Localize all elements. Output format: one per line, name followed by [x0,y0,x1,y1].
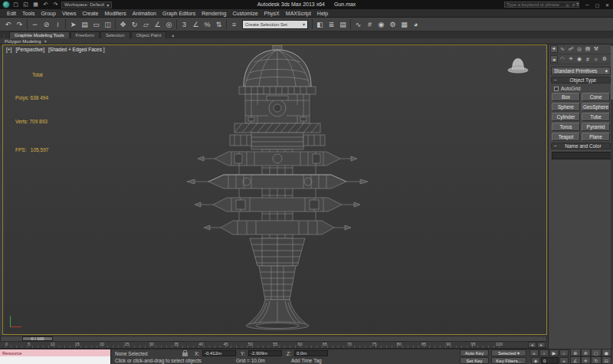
viewport[interactable]: [+] [Perspective] [Shaded + Edged Faces … [2,44,547,335]
search-input[interactable] [506,2,570,7]
render-production-icon[interactable]: ◕ [410,18,421,30]
close-button[interactable]: ✕ [603,1,611,8]
reference-coordinate-icon[interactable]: ∠ [152,18,163,30]
autogrid-checkbox[interactable] [554,87,559,91]
go-to-end-icon[interactable]: » [559,357,569,364]
hierarchy-tab-icon[interactable]: ☍ [567,45,575,53]
primitive-box-button[interactable]: Box [552,93,580,101]
track-bar[interactable]: 0 5 10 15 20 25 30 35 40 45 50 55 60 65 … [0,342,547,349]
edit-named-sets-icon[interactable]: ≡ [228,18,240,30]
render-frame-window-icon[interactable]: ▦ [398,18,410,30]
select-rotate-icon[interactable]: ↻ [129,18,140,30]
go-to-start-icon[interactable]: « [529,349,539,356]
help-icon[interactable]: ? [573,1,582,8]
curve-editor-icon[interactable]: ∿ [352,18,364,30]
minimize-button[interactable]: ─ [583,1,592,8]
key-mode-toggle-icon[interactable]: ◈ [531,357,540,364]
spacewarps-category-icon[interactable]: ≈ [592,55,600,63]
render-setup-icon[interactable]: ⚙ [387,18,398,30]
field-of-view-icon[interactable]: ∠ [570,356,581,364]
menu-edit[interactable]: Edit [4,11,19,16]
new-scene-icon[interactable]: ▢ [11,1,20,8]
object-name-input[interactable] [552,152,613,159]
primitive-geosphere-button[interactable]: GeoSphere [582,103,610,111]
x-coordinate-field[interactable]: -0,412m [202,350,236,356]
primitive-cylinder-button[interactable]: Cylinder [552,113,580,121]
material-editor-icon[interactable]: ◉ [375,18,387,30]
snaps-toggle-icon[interactable]: 3 [179,18,190,30]
tab-freeform[interactable]: Freeform [70,31,100,38]
select-move-icon[interactable]: ✥ [117,18,129,30]
viewport-pov-menu[interactable]: [Perspective] [15,47,44,52]
window-crossing-icon[interactable]: ◫ [102,18,113,30]
polygon-modeling-panel[interactable]: Polygon Modeling [5,39,41,44]
select-link-icon[interactable]: ∽ [29,18,41,30]
percent-snap-icon[interactable]: % [202,18,213,30]
next-key-icon[interactable]: ▸ [537,342,546,348]
primitive-type-dropdown[interactable]: Standard Primitives ▾ [551,67,611,75]
name-and-color-rollout[interactable]: − Name and Color [551,143,611,149]
menu-modifiers[interactable]: Modifiers [101,11,129,16]
primitive-teapot-button[interactable]: Teapot [552,133,580,141]
tab-selection[interactable]: Selection [100,31,130,38]
primitive-tube-button[interactable]: Tube [582,113,610,121]
play-animation-icon[interactable]: ▶ [549,349,559,356]
geometry-category-icon[interactable]: ● [550,55,558,63]
menu-help[interactable]: Help [314,11,331,16]
cameras-category-icon[interactable]: ◉ [575,55,583,63]
current-frame-field[interactable]: 0 [541,357,559,364]
primitive-torus-button[interactable]: Torus [552,123,580,131]
select-by-name-icon[interactable]: ▤ [79,18,90,30]
previous-frame-icon[interactable]: ‹ [539,349,549,356]
previous-key-icon[interactable]: ◂ [528,342,536,348]
schematic-view-icon[interactable]: # [364,18,375,30]
utilities-tab-icon[interactable]: ⚒ [592,45,600,53]
shapes-category-icon[interactable]: ◠ [559,55,566,63]
bind-spacewarp-icon[interactable]: ≀ [52,18,64,30]
select-object-icon[interactable]: ➤ [67,18,79,30]
lights-category-icon[interactable]: ☀ [567,55,575,63]
layer-manager-icon[interactable]: ▤ [337,18,349,30]
open-file-icon[interactable]: ◱ [21,1,30,8]
menu-graph-editors[interactable]: Graph Editors [159,11,198,16]
menu-group[interactable]: Group [38,11,58,16]
mirror-icon[interactable]: ◧ [314,18,326,30]
auto-key-button[interactable]: Auto Key [460,349,489,356]
primitive-plane-button[interactable]: Plane [582,133,610,141]
viewport-general-menu[interactable]: [+] [6,47,11,52]
pan-view-icon[interactable]: ✛ [581,356,592,364]
add-time-tag[interactable]: Add Time Tag [291,358,322,363]
align-icon[interactable]: ≣ [326,18,337,30]
tab-object-paint[interactable]: Object Paint [131,31,167,38]
menu-create[interactable]: Create [79,11,101,16]
helpers-category-icon[interactable]: # [584,55,592,63]
motion-tab-icon[interactable]: ◎ [575,45,583,53]
create-tab-icon[interactable]: ✦ [550,45,558,53]
orbit-icon[interactable]: ↻ [591,356,602,364]
display-tab-icon[interactable]: ▤ [584,45,592,53]
next-frame-icon[interactable]: › [559,349,569,356]
redo-icon[interactable]: ↷ [51,1,60,8]
menu-rendering[interactable]: Rendering [198,11,229,16]
primitive-sphere-button[interactable]: Sphere [552,103,580,111]
z-coordinate-field[interactable]: 0,0m [294,350,328,356]
maximize-button[interactable]: ▢ [593,1,602,8]
menu-tools[interactable]: Tools [19,11,38,16]
workspace-dropdown[interactable]: Workspace: Default ▾ [61,2,112,8]
object-type-rollout[interactable]: − Object Type [551,77,611,84]
set-key-button[interactable]: Set Key [460,357,489,364]
menu-customize[interactable]: Customize [229,11,261,16]
primitive-pyramid-button[interactable]: Pyramid [582,123,610,131]
undo-scene-icon[interactable]: ↶ [2,18,14,30]
spinner-snap-icon[interactable]: ⇅ [213,18,225,30]
time-slider[interactable]: 0 / 100 [0,336,547,342]
modify-tab-icon[interactable]: ∿ [559,45,566,53]
zoom-extents-all-icon[interactable]: ▣ [602,349,612,356]
menu-physx[interactable]: PhysX [261,11,283,16]
viewport-shading-menu[interactable]: [Shaded + Edged Faces ] [48,47,105,52]
primitive-cone-button[interactable]: Cone [582,93,610,101]
y-coordinate-field[interactable]: -2,909m [248,350,282,356]
tab-graphite-modeling-tools[interactable]: Graphite Modeling Tools [9,31,70,38]
named-selection-set-combo[interactable]: Create Selection Set ▾ [242,20,308,29]
redo-scene-icon[interactable]: ↷ [14,18,25,30]
